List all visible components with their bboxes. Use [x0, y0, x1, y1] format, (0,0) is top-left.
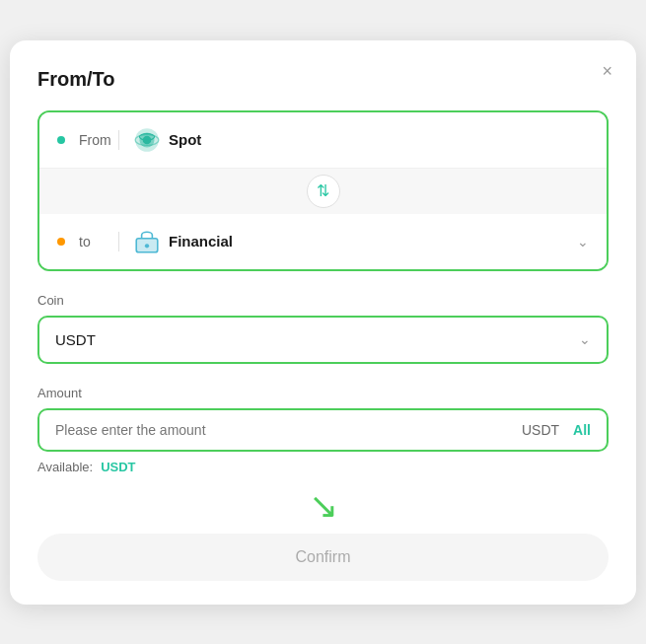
amount-label: Amount	[37, 386, 609, 400]
modal-title: From/To	[37, 68, 609, 91]
financial-icon	[133, 228, 161, 255]
coin-select[interactable]: USDT ⌄	[37, 316, 609, 364]
to-value: Financial	[169, 233, 577, 250]
amount-unit: USDT	[522, 422, 559, 438]
arrow-down-icon: ↘	[309, 488, 338, 524]
from-divider	[118, 130, 119, 150]
to-divider	[118, 232, 119, 251]
from-label: From	[79, 132, 118, 148]
amount-input[interactable]	[55, 422, 522, 438]
available-row: Available: USDT	[37, 460, 609, 474]
available-value: USDT	[101, 460, 135, 474]
swap-divider: ⇅	[39, 169, 607, 214]
from-value: Spot	[169, 131, 589, 148]
to-row[interactable]: to Financial ⌄	[39, 214, 607, 269]
all-button[interactable]: All	[573, 422, 591, 438]
swap-icon: ⇅	[317, 181, 329, 200]
from-dot	[57, 136, 65, 144]
coin-value: USDT	[55, 331, 96, 348]
amount-section: Amount USDT All Available: USDT	[37, 386, 609, 474]
arrow-container: ↘	[37, 488, 609, 524]
from-row: From Spot	[39, 112, 607, 169]
close-button[interactable]: ×	[598, 58, 616, 84]
to-label: to	[79, 234, 118, 250]
available-label: Available:	[37, 460, 93, 474]
coin-chevron-icon: ⌄	[579, 331, 591, 347]
spot-icon	[133, 126, 161, 154]
to-chevron-icon: ⌄	[577, 234, 589, 250]
svg-point-7	[145, 244, 149, 248]
coin-label: Coin	[37, 293, 609, 308]
modal-container: × From/To From Spot ⇅	[10, 40, 636, 605]
swap-button[interactable]: ⇅	[307, 175, 340, 208]
to-dot	[57, 238, 65, 246]
amount-input-row: USDT All	[37, 408, 609, 452]
confirm-button[interactable]: Confirm	[37, 534, 609, 581]
from-to-box: From Spot ⇅ to	[37, 110, 609, 271]
